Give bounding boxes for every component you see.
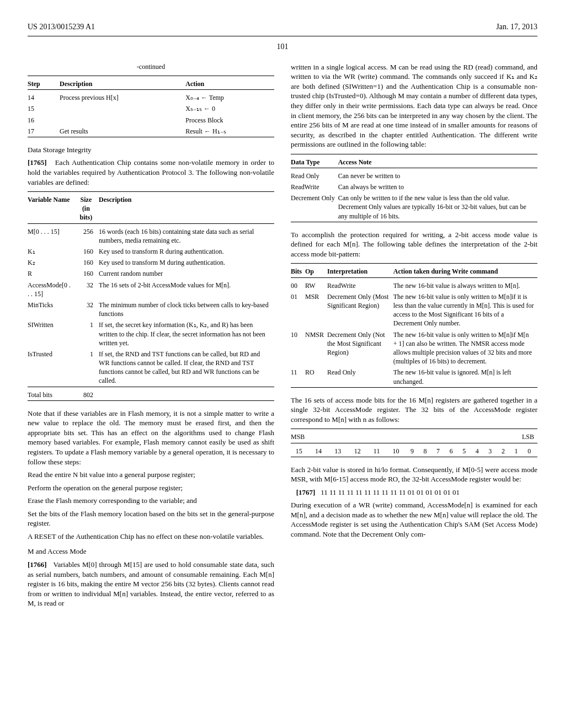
table-row: SIWritten1If set, the secret key informa… xyxy=(28,319,274,349)
para-num-1767: [1767] xyxy=(296,488,316,496)
heading-data-storage: Data Storage Integrity xyxy=(28,145,274,155)
table-row: 15 X₅₋₁₅ ← 0 xyxy=(28,103,274,114)
para-num-1765: [1765] xyxy=(28,158,47,167)
table-row: R160Current random number xyxy=(28,268,274,279)
flash-note: Note that if these variables are in Flas… xyxy=(28,409,274,467)
col-step: Step xyxy=(28,78,60,90)
flash-step-c: Erase the Flash memory corresponding to … xyxy=(28,496,274,506)
right-column: written in a single logical access. M ca… xyxy=(291,62,537,612)
p-16sets: The 16 sets of access mode bits for the … xyxy=(291,395,537,425)
table-row: Decrement OnlyCan only be written to if … xyxy=(291,192,537,222)
flash-step-a: Read the entire N bit value into a gener… xyxy=(28,470,274,480)
page-number: 101 xyxy=(28,42,537,52)
heading-m-access: M and Access Mode xyxy=(28,547,274,556)
table-row: Read OnlyCan never be written to xyxy=(291,170,537,181)
left-column: -continued Step Description Action 14 Pr… xyxy=(28,62,274,612)
para-1766: [1766] Variables M[0] through M[15] are … xyxy=(28,560,274,608)
col-desc: Description xyxy=(60,78,185,90)
col-op: Op xyxy=(305,266,327,277)
p-continued: written in a single logical access. M ca… xyxy=(291,62,537,149)
reset-note: A RESET of the Authentication Chip has n… xyxy=(28,532,274,542)
flash-step-b: Perform the operation on the general pur… xyxy=(28,483,274,493)
col-bits: Bits xyxy=(291,266,305,277)
table-continued-caption: -continued xyxy=(28,62,274,71)
table-row: 10NMSRDecrement Only (Not the Most Signi… xyxy=(291,329,537,367)
table-row: MinTicks32The minimum number of clock ti… xyxy=(28,299,274,319)
table-row: AccessMode[0 . . . 15]32The 16 sets of 2… xyxy=(28,280,274,299)
table-row: IsTrusted1If set, the RND and TST functi… xyxy=(28,349,274,387)
variables-table: Variable Name Size (in bits) Description… xyxy=(28,191,274,403)
col-accessnote: Access Note xyxy=(338,157,537,168)
para-1767: [1767] 11 11 11 11 11 11 11 11 11 11 01 … xyxy=(291,488,537,497)
para-1765: [1765] Each Authentication Chip contains… xyxy=(28,158,274,187)
msb-lsb-values: 15 14 13 12 11 10 9 8 7 6 5 4 3 2 1 0 xyxy=(291,446,537,457)
msb-label: MSB xyxy=(291,431,433,443)
col-size: Size (in bits) xyxy=(77,194,99,223)
p-2bit: To accomplish the protection required fo… xyxy=(291,230,537,259)
table-row: ReadWriteCan always be written to xyxy=(291,181,537,192)
bits-table: Bits Op Interpretation Action taken duri… xyxy=(291,263,537,389)
msb-lsb-table: MSB LSB 15 14 13 12 11 10 9 8 7 6 5 4 3 … xyxy=(291,429,537,459)
col-interp: Interpretation xyxy=(327,266,393,277)
p-hilo: Each 2-bit value is stored in hi/lo form… xyxy=(291,465,537,484)
header-right: Jan. 17, 2013 xyxy=(496,22,537,33)
para-num-1766: [1766] xyxy=(28,560,47,569)
col-varname: Variable Name xyxy=(28,194,77,223)
table-row: K₂160Key used to transform M during auth… xyxy=(28,257,274,268)
table-row: 17 Get results Result ← H₁₋₅ xyxy=(28,126,274,137)
table-row: 14 Process previous H[x] X₀₋₄ ← Temp xyxy=(28,92,274,103)
col-vardesc: Description xyxy=(99,194,274,223)
col-write-action: Action taken during Write command xyxy=(393,266,537,277)
flash-step-d: Set the bits of the Flash memory locatio… xyxy=(28,509,274,528)
col-datatype: Data Type xyxy=(291,157,338,168)
table-continued: Step Description Action 14 Process previ… xyxy=(28,76,274,140)
table-total-row: Total bits 802 xyxy=(28,389,274,401)
header-rule xyxy=(28,36,537,36)
col-action: Action xyxy=(185,78,274,90)
table-row: M[0 . . . 15]25616 words (each 16 bits) … xyxy=(28,226,274,246)
header-left: US 2013/0015239 A1 xyxy=(28,22,95,33)
table-row: 11RORead OnlyThe new 16-bit value is ign… xyxy=(291,367,537,387)
p-exec: During execution of a WR (write) command… xyxy=(291,500,537,539)
permissions-table: Data Type Access Note Read OnlyCan never… xyxy=(291,154,537,224)
table-row: 16 Process Block xyxy=(28,115,274,126)
lsb-label: LSB xyxy=(433,431,537,443)
table-row: 00RWReadWriteThe new 16-bit value is alw… xyxy=(291,280,537,291)
table-row: K₁160Key used to transform R during auth… xyxy=(28,246,274,257)
table-row: 01MSRDecrement Only (Most Significant Re… xyxy=(291,291,537,329)
